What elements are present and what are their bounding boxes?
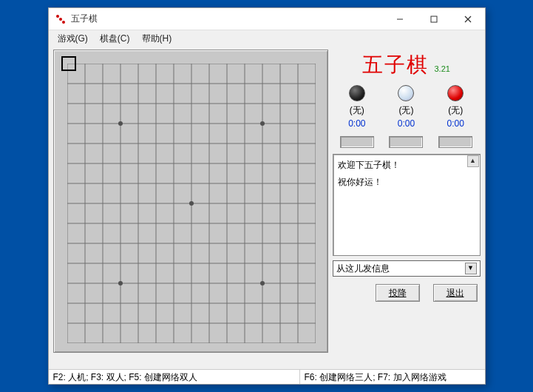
button-row: 投降 退出: [333, 284, 481, 302]
players-row: (无) 0:00 (无) 0:00 (无) 0:00: [333, 84, 481, 132]
side-panel: 五子棋 3.21 (无) 0:00 (无) 0:00 (无) 0:00: [333, 50, 481, 368]
surrender-button[interactable]: 投降: [376, 284, 420, 302]
menubar: 游戏(G) 棋盘(C) 帮助(H): [49, 30, 485, 47]
player-2: (无) 0:00: [385, 85, 427, 129]
minimize-button[interactable]: [383, 8, 417, 30]
menu-board[interactable]: 棋盘(C): [94, 31, 136, 47]
menu-help[interactable]: 帮助(H): [136, 31, 178, 47]
red-stone-icon: [447, 85, 464, 101]
player-2-time: 0:00: [385, 118, 427, 129]
svg-point-0: [56, 15, 59, 18]
menu-game[interactable]: 游戏(G): [52, 31, 94, 47]
timer-bar-1: [340, 136, 374, 148]
maximize-button[interactable]: [417, 8, 451, 30]
player-1: (无) 0:00: [336, 85, 378, 129]
chevron-down-icon[interactable]: ▼: [465, 263, 477, 274]
status-left: F2: 人机; F3: 双人; F5: 创建网络双人: [49, 370, 300, 384]
chat-row: 从这儿发信息 ▼: [333, 260, 481, 277]
status-right: F6: 创建网络三人; F7: 加入网络游戏: [300, 370, 485, 384]
client-area: 五子棋 3.21 (无) 0:00 (无) 0:00 (无) 0:00: [49, 47, 485, 369]
white-stone-icon: [398, 85, 414, 101]
message-log[interactable]: 欢迎下五子棋！ 祝你好运！ ▲: [333, 154, 481, 256]
game-version: 3.21: [434, 64, 449, 73]
svg-point-40: [118, 281, 123, 285]
app-window: 五子棋 游戏(G) 棋盘(C) 帮助(H): [48, 7, 486, 385]
game-title-text: 五子棋: [362, 53, 429, 76]
app-icon: [55, 13, 67, 25]
player-3: (无) 0:00: [435, 85, 476, 129]
exit-button[interactable]: 退出: [433, 284, 478, 302]
titlebar: 五子棋: [49, 8, 485, 30]
log-line: 祝你好运！: [338, 176, 475, 189]
statusbar: F2: 人机; F3: 双人; F5: 创建网络双人 F6: 创建网络三人; F…: [49, 369, 485, 384]
player-1-name: (无): [336, 104, 378, 117]
black-stone-icon: [349, 85, 365, 101]
scroll-up-icon[interactable]: ▲: [467, 155, 479, 167]
svg-rect-4: [431, 16, 437, 22]
player-2-name: (无): [385, 104, 427, 117]
svg-point-41: [260, 281, 265, 285]
timer-bars: [333, 136, 481, 148]
chat-placeholder: 从这儿发信息: [336, 263, 390, 275]
timer-bar-3: [438, 136, 472, 148]
svg-point-2: [62, 21, 65, 24]
svg-point-39: [189, 201, 194, 206]
player-3-name: (无): [435, 104, 476, 117]
game-title: 五子棋 3.21: [333, 50, 481, 84]
log-line: 欢迎下五子棋！: [338, 159, 475, 172]
player-3-time: 0:00: [435, 118, 476, 129]
close-button[interactable]: [451, 8, 485, 30]
svg-point-38: [260, 121, 265, 126]
svg-point-37: [118, 121, 123, 126]
timer-bar-2: [389, 136, 423, 148]
window-title: 五子棋: [71, 13, 98, 25]
board-cursor: [61, 56, 76, 71]
chat-input[interactable]: 从这儿发信息 ▼: [333, 260, 481, 277]
player-1-time: 0:00: [336, 118, 378, 129]
game-board[interactable]: [53, 50, 328, 353]
svg-point-1: [59, 18, 62, 21]
